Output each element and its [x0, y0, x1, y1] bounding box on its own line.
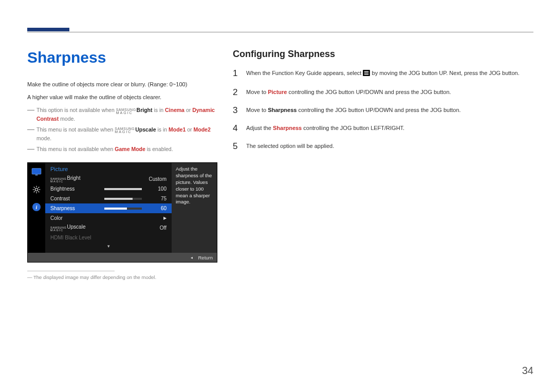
osd-brightness-label: Brightness — [50, 186, 104, 192]
svg-rect-0 — [32, 169, 41, 174]
step-number: 1 — [233, 69, 246, 78]
step-number: 2 — [233, 88, 246, 97]
samsung-magic-text: SAMSUNGMAGIC — [50, 227, 66, 232]
osd-color-label: Color — [50, 215, 104, 221]
svg-rect-12 — [364, 71, 369, 72]
osd-contrast-label: Contrast — [50, 196, 104, 201]
chevron-down-icon: ▾ — [45, 242, 172, 249]
note3-pre: This menu is not available when — [36, 146, 115, 152]
note2-or: or — [186, 126, 193, 133]
step5-text: The selected option will be applied. — [246, 142, 533, 151]
step2-picture: Picture — [268, 89, 287, 95]
chevron-right-icon: ▶ — [146, 216, 166, 220]
intro-line-2: A higher value will make the outline of … — [27, 92, 223, 102]
dash-icon: ― — [27, 125, 36, 143]
step1-a: When the Function Key Guide appears, sel… — [246, 70, 363, 76]
osd-row-sharpness: Sharpness 60 — [45, 203, 172, 213]
step-number: 4 — [233, 124, 246, 133]
step4-a: Adjust the — [246, 125, 273, 131]
osd-row-upscale: SAMSUNGMAGICUpscale Off — [45, 223, 172, 233]
note2-pre: This menu is not available when — [36, 126, 115, 133]
svg-point-2 — [35, 189, 38, 191]
samsung-magic-text: SAMSUNGMAGIC — [115, 127, 135, 134]
svg-line-10 — [34, 192, 35, 193]
note-2: ― This menu is not available when SAMSUN… — [27, 125, 223, 143]
section-heading: Configuring Sharpness — [233, 49, 533, 60]
step-3: 3 Move to Sharpness controlling the JOG … — [233, 106, 533, 115]
steps-list: 1 When the Function Key Guide appears, s… — [233, 69, 533, 151]
svg-line-7 — [34, 187, 35, 188]
page-number: 34 — [522, 365, 533, 377]
osd-upscale-label: Upscale — [67, 224, 85, 230]
step-2: 2 Move to Picture controlling the JOG bu… — [233, 88, 533, 97]
osd-hdmi-label: HDMI Black Level — [50, 235, 91, 240]
osd-row-hdmi: HDMI Black Level — [45, 233, 172, 242]
note-1: ― This option is not available when SAMS… — [27, 106, 223, 123]
osd-sharpness-val: 60 — [146, 206, 166, 211]
monitor-icon — [31, 168, 42, 176]
footnote-rule — [27, 271, 115, 271]
info-icon: i — [31, 203, 42, 211]
note2-magic: Upscale — [135, 126, 156, 133]
dash-icon: ― — [27, 106, 36, 123]
dash-icon: ― — [27, 274, 33, 280]
left-column: Sharpness Make the outline of objects mo… — [27, 49, 223, 280]
footnote-text: The displayed image may differ depending… — [33, 274, 156, 280]
step-number: 3 — [233, 106, 246, 115]
osd-row-contrast: Contrast 75 — [45, 194, 172, 203]
step-1: 1 When the Function Key Guide appears, s… — [233, 69, 533, 79]
step4-sharpness: Sharpness — [273, 125, 302, 131]
osd-return-label: Return — [198, 255, 213, 260]
header-accent-bar — [27, 28, 69, 31]
osd-row-bright: SAMSUNGMAGICBright Custom — [45, 174, 172, 184]
step3-b: controlling the JOG button UP/DOWN and p… — [297, 107, 460, 113]
note1-post: mode. — [59, 116, 75, 122]
step3-a: Move to — [246, 107, 268, 113]
chevron-left-icon: ◂ — [191, 255, 193, 260]
osd-brightness-val: 100 — [146, 186, 166, 192]
svg-rect-14 — [364, 74, 369, 74]
note2-mode2: Mode2 — [193, 126, 210, 133]
right-column: Configuring Sharpness 1 When the Functio… — [223, 49, 533, 280]
intro-text: Make the outline of objects more clear o… — [27, 80, 223, 102]
step-5: 5 The selected option will be applied. — [233, 142, 533, 151]
svg-rect-1 — [35, 175, 38, 176]
osd-upscale-val: Off — [146, 225, 166, 231]
note1-or: or — [184, 107, 192, 113]
step4-b: controlling the JOG button LEFT/RIGHT. — [302, 125, 404, 131]
note2-post: mode. — [36, 135, 51, 141]
osd-screenshot: i Picture SAMSUNGMAGICBright Custom Brig… — [27, 162, 217, 263]
menu-icon — [363, 70, 370, 79]
svg-rect-13 — [364, 72, 369, 73]
osd-contrast-val: 75 — [146, 196, 166, 201]
step3-sharpness: Sharpness — [268, 107, 297, 113]
slider-bar — [104, 198, 142, 200]
osd-bright-val: Custom — [146, 176, 166, 182]
note1-mid: is in — [153, 107, 165, 113]
osd-sharpness-label: Sharpness — [50, 206, 104, 211]
note-3: ― This menu is not available when Game M… — [27, 145, 223, 154]
osd-title: Picture — [45, 166, 172, 174]
svg-line-8 — [38, 192, 39, 193]
osd-bright-label: Bright — [67, 175, 80, 181]
note2-mode1: Mode1 — [169, 126, 186, 133]
dash-icon: ― — [27, 145, 36, 154]
osd-footer: ◂ Return — [28, 253, 217, 262]
note3-post: is enabled. — [145, 146, 173, 152]
intro-line-1: Make the outline of objects more clear o… — [27, 80, 223, 89]
slider-bar — [104, 208, 142, 210]
step-4: 4 Adjust the Sharpness controlling the J… — [233, 124, 533, 133]
osd-icon-rail: i — [28, 163, 45, 253]
osd-row-color: Color ▶ — [45, 213, 172, 223]
notes-block: ― This option is not available when SAMS… — [27, 106, 223, 153]
gear-icon — [31, 185, 42, 194]
note1-pre: This option is not available when — [36, 107, 116, 113]
samsung-magic-text: SAMSUNGMAGIC — [116, 108, 136, 115]
footnote: ―The displayed image may differ dependin… — [27, 274, 223, 280]
svg-line-9 — [38, 187, 39, 188]
note3-gamemode: Game Mode — [115, 146, 145, 152]
step1-b: by moving the JOG button UP. Next, press… — [370, 70, 519, 76]
samsung-magic-text: SAMSUNGMAGIC — [50, 178, 66, 183]
step2-a: Move to — [246, 89, 268, 95]
osd-row-brightness: Brightness 100 — [45, 184, 172, 194]
